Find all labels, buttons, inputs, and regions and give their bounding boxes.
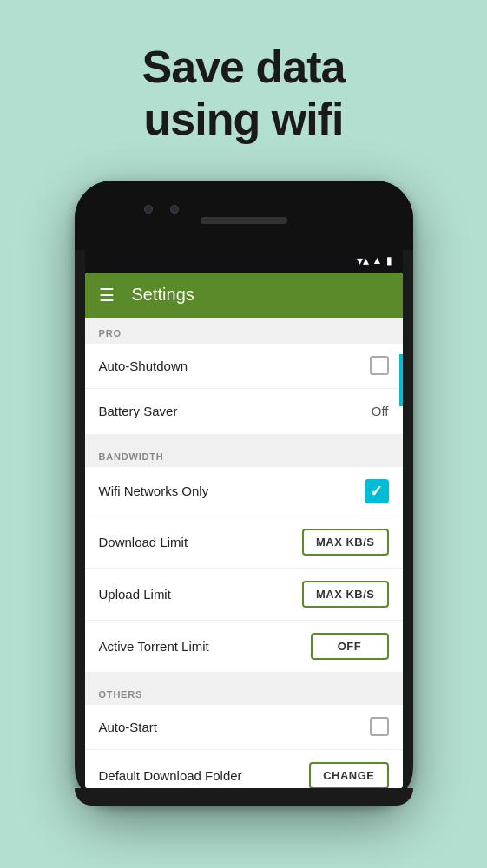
section-others-header: OTHERS (85, 679, 403, 705)
camera-left-icon (144, 205, 153, 214)
checkmark-icon: ✓ (370, 482, 383, 501)
hamburger-icon[interactable]: ☰ (99, 286, 115, 304)
section-pro: Auto-Shutdown Battery Saver Off (85, 344, 403, 434)
row-battery-saver[interactable]: Battery Saver Off (85, 389, 403, 434)
row-active-torrent-limit[interactable]: Active Torrent Limit OFF (85, 621, 403, 672)
section-bandwidth: Wifi Networks Only ✓ Download Limit MAX … (85, 467, 403, 672)
row-default-download-folder[interactable]: Default Download Folder CHANGE (85, 750, 403, 788)
auto-shutdown-label: Auto-Shutdown (99, 358, 188, 373)
upload-limit-label: Upload Limit (99, 587, 171, 602)
download-limit-button[interactable]: MAX KB/S (302, 529, 389, 556)
upload-limit-button[interactable]: MAX KB/S (302, 581, 389, 608)
default-download-folder-label: Default Download Folder (99, 768, 242, 783)
row-download-limit[interactable]: Download Limit MAX KB/S (85, 516, 403, 569)
phone-bottom (75, 788, 413, 806)
status-bar: ▾▴ ▲ ▮ (85, 248, 403, 273)
battery-saver-value: Off (372, 404, 389, 418)
auto-start-checkbox[interactable] (370, 717, 389, 736)
wifi-networks-label: Wifi Networks Only (99, 483, 209, 498)
section-pro-header: PRO (85, 318, 403, 344)
settings-content: PRO Auto-Shutdown Battery Saver Off BAND… (85, 318, 403, 788)
accent-bar (399, 354, 403, 406)
download-limit-label: Download Limit (99, 535, 188, 549)
speaker (201, 217, 287, 224)
camera-right-icon (170, 205, 179, 214)
auto-shutdown-checkbox[interactable] (370, 356, 389, 375)
status-icons: ▾▴ ▲ ▮ (357, 253, 392, 267)
signal-icon: ▲ (372, 254, 383, 266)
battery-saver-label: Battery Saver (99, 404, 178, 418)
row-auto-shutdown[interactable]: Auto-Shutdown (85, 344, 403, 389)
row-auto-start[interactable]: Auto-Start (85, 705, 403, 750)
hero-title: Save data using wifi (142, 42, 346, 146)
hero-section: Save data using wifi (142, 42, 346, 146)
wifi-networks-checkbox[interactable]: ✓ (365, 479, 389, 503)
toolbar-title: Settings (132, 285, 194, 305)
active-torrent-limit-label: Active Torrent Limit (99, 639, 209, 654)
row-upload-limit[interactable]: Upload Limit MAX KB/S (85, 569, 403, 621)
section-bandwidth-header: BANDWIDTH (85, 441, 403, 467)
phone-top (75, 181, 413, 250)
wifi-icon: ▾▴ (357, 253, 369, 267)
default-download-folder-button[interactable]: CHANGE (309, 762, 388, 788)
toolbar: ☰ Settings (85, 273, 403, 318)
battery-icon: ▮ (386, 254, 392, 266)
active-torrent-limit-button[interactable]: OFF (311, 633, 389, 660)
phone-screen: ☰ Settings PRO Auto-Shutdown Battery Sav… (85, 273, 403, 788)
auto-start-label: Auto-Start (99, 720, 158, 734)
section-others: Auto-Start Default Download Folder CHANG… (85, 705, 403, 788)
row-wifi-networks[interactable]: Wifi Networks Only ✓ (85, 467, 403, 516)
phone-wrapper: ▾▴ ▲ ▮ ☰ Settings PRO Auto-Shutdown Batt… (75, 181, 413, 806)
